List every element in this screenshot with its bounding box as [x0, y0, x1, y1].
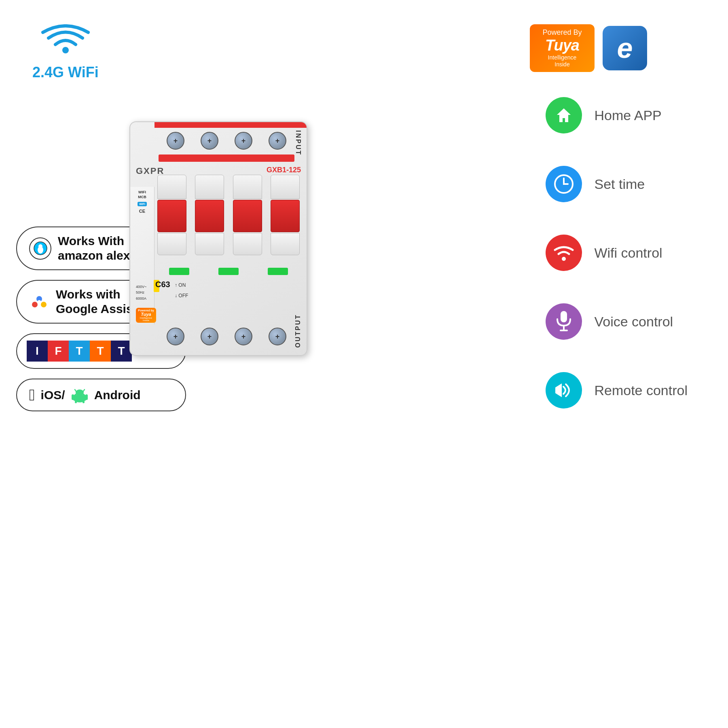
- ios-text: iOS/: [41, 388, 65, 402]
- feature-voice-control: Voice control: [546, 303, 688, 340]
- c63-label: C63: [155, 280, 170, 289]
- mic-icon: [556, 310, 572, 333]
- ifttt-block-t3: T: [111, 341, 132, 362]
- switches: [154, 175, 303, 256]
- svg-rect-13: [72, 394, 74, 400]
- wifi-mcb-text: WIFIMCB: [138, 190, 146, 199]
- clock-icon: [552, 173, 575, 195]
- wifi-control-label: Wifi control: [594, 245, 662, 261]
- feature-wifi-control: Wifi control: [546, 235, 688, 271]
- android-icon: [71, 386, 89, 404]
- ifttt-block-f: F: [48, 341, 69, 362]
- apple-icon: : [29, 386, 35, 404]
- home-app-label: Home APP: [594, 108, 661, 123]
- svg-rect-9: [73, 395, 86, 401]
- screw-b2: [201, 328, 218, 345]
- wifi-small-badge: WiFi: [138, 202, 147, 206]
- alexa-badge-text: Works With amazon alexa: [58, 234, 137, 263]
- svg-point-7: [38, 300, 41, 303]
- on-off-labels: ↑ ON ↓ OFF: [175, 280, 188, 301]
- feature-remote-control: Remote control: [546, 372, 688, 408]
- speaker-icon: [553, 381, 575, 400]
- indicator-1: [169, 268, 189, 275]
- e-logo: e: [603, 26, 647, 70]
- svg-point-18: [562, 257, 566, 261]
- screw-b3: [235, 328, 252, 345]
- svg-point-12: [76, 389, 84, 396]
- switch-1: [157, 175, 186, 256]
- svg-rect-19: [561, 311, 567, 322]
- alexa-icon: [29, 237, 51, 260]
- set-time-label: Set time: [594, 176, 645, 192]
- input-label: INPUT: [294, 130, 302, 156]
- tuya-badge: Powered By Tuya IntelligenceInside: [530, 24, 595, 72]
- indicator-3: [268, 268, 288, 275]
- top-right-logos: Powered By Tuya IntelligenceInside e: [530, 24, 647, 72]
- screw-b1: [167, 328, 184, 345]
- indicator-2: [218, 268, 239, 275]
- wifi-icon: [41, 24, 90, 61]
- screw-2: [201, 132, 218, 150]
- green-indicators: [154, 268, 303, 275]
- wifi-label: 2.4G WiFi: [32, 64, 99, 81]
- home-app-circle: [546, 97, 582, 133]
- switch-4: [271, 175, 300, 256]
- set-time-circle: [546, 166, 582, 202]
- ios-android-badge:  iOS/ Android: [16, 379, 186, 411]
- red-stripe: [159, 154, 294, 162]
- device-body: INPUT N GXPR GXB1-125 WIFIMCB WiFi CE: [129, 121, 307, 356]
- feature-set-time: Set time: [546, 166, 688, 202]
- remote-control-circle: [546, 372, 582, 408]
- ifttt-block-t2: T: [90, 341, 111, 362]
- screw-4: [269, 132, 286, 150]
- switch-2: [195, 175, 224, 256]
- ifttt-block-i: I: [27, 341, 48, 362]
- svg-rect-16: [83, 400, 85, 403]
- screws-top: [159, 132, 294, 150]
- svg-point-5: [32, 302, 38, 307]
- tuya-powered-by: Powered By: [536, 28, 588, 37]
- android-text: Android: [94, 388, 141, 402]
- svg-point-6: [41, 302, 47, 307]
- rating-block: 400V~ 50Hz 6000A: [136, 284, 146, 301]
- device-container: INPUT N GXPR GXB1-125 WIFIMCB WiFi CE: [129, 121, 307, 356]
- screws-bottom: [159, 328, 294, 345]
- ifttt-block-t1: T: [69, 341, 90, 362]
- feature-home-app: Home APP: [546, 97, 688, 133]
- device-top-bar: [154, 122, 307, 128]
- wifi-control-icon: [553, 244, 575, 261]
- output-label: OUTPUT: [294, 314, 302, 348]
- left-panel: WIFIMCB WiFi CE: [130, 187, 154, 324]
- remote-control-label: Remote control: [594, 383, 688, 398]
- model-label: GXB1-125: [267, 166, 301, 174]
- voice-control-circle: [546, 303, 582, 340]
- svg-rect-14: [85, 394, 88, 400]
- voice-control-label: Voice control: [594, 314, 673, 330]
- screw-b4: [269, 328, 286, 345]
- ce-mark: CE: [139, 209, 145, 214]
- tuya-device-badge: Powered by Tuya Intelligence Inside: [136, 308, 156, 323]
- wifi-section: 2.4G WiFi: [32, 24, 99, 81]
- screw-3: [235, 132, 252, 150]
- tuya-logo-text: Tuya: [536, 37, 588, 54]
- wifi-control-circle: [546, 235, 582, 271]
- screw-1: [167, 132, 184, 150]
- home-icon: [554, 105, 574, 125]
- tuya-intelligence: IntelligenceInside: [536, 54, 588, 68]
- svg-rect-15: [75, 400, 77, 403]
- switch-3: [233, 175, 262, 256]
- right-features: Home APP Set time Wifi control: [546, 97, 688, 408]
- google-icon: [29, 292, 49, 312]
- svg-point-2: [38, 244, 42, 248]
